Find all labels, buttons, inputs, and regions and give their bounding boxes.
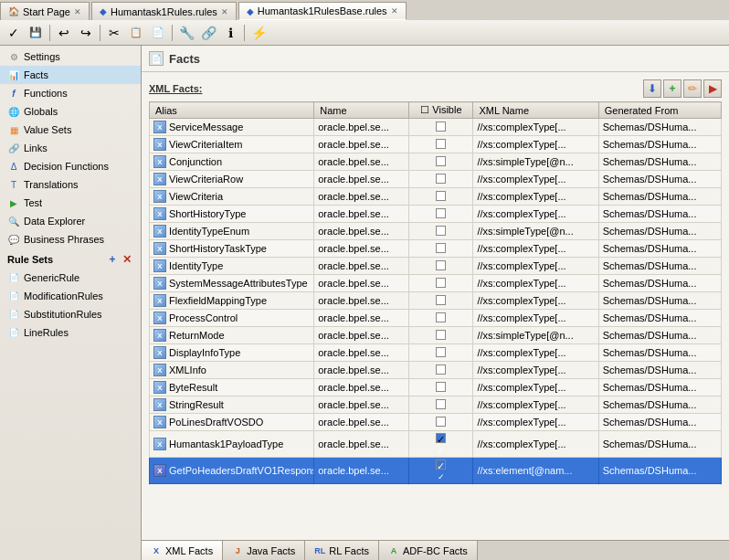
rule-sets-remove-btn[interactable]: ✕ bbox=[121, 253, 133, 266]
toolbar-copy-btn[interactable]: 📋 bbox=[126, 23, 146, 43]
table-row[interactable]: X ProcessControl oracle.bpel.se... //xs:… bbox=[150, 310, 722, 327]
table-scroll[interactable]: Alias Name ☐ Visible XML Name Generated … bbox=[149, 101, 722, 485]
tab-start-close[interactable]: ✕ bbox=[74, 7, 81, 16]
cell-visible-20[interactable] bbox=[409, 484, 473, 486]
xml-facts-add-btn[interactable]: + bbox=[663, 79, 681, 98]
table-row[interactable]: X StringResult oracle.bpel.se... //xs:co… bbox=[150, 396, 722, 414]
cell-visible-8[interactable] bbox=[409, 258, 473, 275]
table-row[interactable]: X ServiceMessage oracle.bpel.se... //xs:… bbox=[150, 119, 722, 136]
table-row[interactable]: X IdentityType oracle.bpel.se... //xs:co… bbox=[150, 258, 722, 275]
cell-visible-4[interactable] bbox=[409, 188, 473, 206]
table-row[interactable]: X GetPoHeadersDraftVO1Response oracle.bp… bbox=[150, 458, 722, 484]
cell-visible-9[interactable] bbox=[409, 275, 473, 292]
table-row[interactable]: X ByteResult oracle.bpel.se... //xs:comp… bbox=[150, 379, 722, 396]
sidebar-item-valuesets[interactable]: ▦ Value Sets bbox=[0, 121, 141, 139]
tab-start-page[interactable]: 🏠 Start Page ✕ bbox=[0, 2, 90, 20]
table-row[interactable]: X ReturnMode oracle.bpel.se... //xs:simp… bbox=[150, 327, 722, 344]
visible-checkbox-2[interactable] bbox=[436, 156, 446, 166]
sidebar-item-translations[interactable]: T Translations bbox=[0, 175, 141, 194]
sidebar-item-functions[interactable]: f Functions bbox=[0, 84, 141, 102]
cell-visible-11[interactable] bbox=[409, 310, 473, 327]
toolbar-run-btn[interactable]: ⚡ bbox=[248, 23, 269, 43]
tab-rulesbase-close[interactable]: ✕ bbox=[391, 6, 398, 16]
bottom-tab-rlfacts[interactable]: RL RL Facts bbox=[305, 541, 379, 560]
toolbar-settings-btn[interactable]: 🔧 bbox=[176, 23, 196, 43]
visible-checkbox-1[interactable] bbox=[436, 139, 446, 149]
visible-checkbox-0[interactable] bbox=[436, 122, 446, 132]
table-row[interactable]: X PoLinesDraftVOSDO oracle.bpel.se... //… bbox=[150, 414, 722, 431]
sidebar-item-test[interactable]: ▶ Test bbox=[0, 194, 141, 212]
visible-checkbox-11[interactable] bbox=[436, 312, 446, 322]
xml-facts-delete-btn[interactable]: ▶ bbox=[703, 79, 722, 98]
visible-checkbox-19[interactable]: ✓ bbox=[436, 460, 446, 470]
tab-rulesbase[interactable]: ◆ Humantask1RulesBase.rules ✕ bbox=[238, 2, 407, 20]
visible-checkbox-12[interactable] bbox=[436, 330, 446, 340]
cell-visible-19[interactable]: ✓ bbox=[409, 458, 473, 484]
xml-facts-edit-btn[interactable]: ✏ bbox=[683, 79, 702, 98]
toolbar-undo-btn[interactable]: ↩ bbox=[54, 23, 74, 43]
sidebar-item-linerules[interactable]: 📄 LineRules bbox=[0, 323, 141, 342]
sidebar-item-businessphrases[interactable]: 💬 Business Phrases bbox=[0, 230, 141, 248]
sidebar-item-decisionfunctions[interactable]: Δ Decision Functions bbox=[0, 157, 141, 175]
sidebar-item-links[interactable]: 🔗 Links bbox=[0, 139, 141, 157]
toolbar-check-btn[interactable]: ✓ bbox=[4, 23, 24, 43]
cell-visible-5[interactable] bbox=[409, 206, 473, 223]
cell-visible-15[interactable] bbox=[409, 379, 473, 396]
table-row[interactable]: X ViewCriteriaItem oracle.bpel.se... //x… bbox=[150, 136, 722, 153]
visible-checkbox-13[interactable] bbox=[436, 347, 446, 357]
toolbar-link-btn[interactable]: 🔗 bbox=[198, 23, 218, 43]
bottom-tab-adfbcfacts[interactable]: A ADF-BC Facts bbox=[379, 541, 478, 560]
col-name[interactable]: Name bbox=[314, 102, 409, 119]
table-row[interactable]: X GetPoHeadersDraftVO1 oracle.bpel.se...… bbox=[150, 484, 722, 486]
xml-facts-import-btn[interactable]: ⬇ bbox=[643, 79, 661, 98]
table-row[interactable]: X SystemMessageAttributesType oracle.bpe… bbox=[150, 275, 722, 292]
table-row[interactable]: X IdentityTypeEnum oracle.bpel.se... //x… bbox=[150, 223, 722, 240]
visible-checkbox-3[interactable] bbox=[436, 174, 446, 184]
visible-checkbox-4[interactable] bbox=[436, 191, 446, 201]
table-row[interactable]: X DisplayInfoType oracle.bpel.se... //xs… bbox=[150, 344, 722, 362]
visible-checkbox-9[interactable] bbox=[436, 278, 446, 288]
visible-checkbox-18[interactable]: ✓ bbox=[436, 433, 446, 443]
cell-visible-2[interactable] bbox=[409, 153, 473, 171]
table-row[interactable]: X FlexfieldMappingType oracle.bpel.se...… bbox=[150, 292, 722, 310]
cell-visible-0[interactable] bbox=[409, 119, 473, 136]
visible-checkbox-14[interactable] bbox=[436, 365, 446, 375]
cell-visible-6[interactable] bbox=[409, 223, 473, 240]
rule-sets-add-btn[interactable]: + bbox=[106, 253, 119, 266]
toolbar-paste-btn[interactable]: 📄 bbox=[148, 23, 168, 43]
cell-visible-10[interactable] bbox=[409, 292, 473, 310]
table-row[interactable]: X Conjunction oracle.bpel.se... //xs:sim… bbox=[150, 153, 722, 171]
cell-visible-18[interactable]: ✓ bbox=[409, 431, 473, 458]
cell-visible-7[interactable] bbox=[409, 240, 473, 258]
bottom-tab-xmlfacts[interactable]: X XML Facts bbox=[142, 541, 223, 560]
table-row[interactable]: X Humantask1PayloadType oracle.bpel.se..… bbox=[150, 431, 722, 458]
sidebar-item-facts[interactable]: 📊 Facts bbox=[0, 66, 141, 84]
toolbar-save-btn[interactable]: 💾 bbox=[26, 23, 46, 43]
visible-checkbox-6[interactable] bbox=[436, 226, 446, 236]
table-row[interactable]: X XMLInfo oracle.bpel.se... //xs:complex… bbox=[150, 362, 722, 379]
sidebar-item-genericrule[interactable]: 📄 GenericRule bbox=[0, 269, 141, 287]
visible-checkbox-16[interactable] bbox=[436, 399, 446, 409]
sidebar-item-globals[interactable]: 🌐 Globals bbox=[0, 102, 141, 121]
table-row[interactable]: X ShortHistoryType oracle.bpel.se... //x… bbox=[150, 206, 722, 223]
visible-checkbox-17[interactable] bbox=[436, 417, 446, 427]
sidebar-item-settings[interactable]: ⚙ Settings bbox=[0, 48, 141, 66]
col-visible[interactable]: ☐ Visible bbox=[409, 102, 473, 119]
cell-visible-13[interactable] bbox=[409, 344, 473, 362]
toolbar-info-btn[interactable]: ℹ bbox=[220, 23, 240, 43]
visible-checkbox-8[interactable] bbox=[436, 260, 446, 270]
col-alias[interactable]: Alias bbox=[150, 102, 314, 119]
visible-checkbox-7[interactable] bbox=[436, 243, 446, 253]
cell-visible-12[interactable] bbox=[409, 327, 473, 344]
col-generated[interactable]: Generated From bbox=[598, 102, 721, 119]
table-row[interactable]: X ViewCriteriaRow oracle.bpel.se... //xs… bbox=[150, 171, 722, 188]
cell-visible-14[interactable] bbox=[409, 362, 473, 379]
table-row[interactable]: X ViewCriteria oracle.bpel.se... //xs:co… bbox=[150, 188, 722, 206]
cell-visible-3[interactable] bbox=[409, 171, 473, 188]
sidebar-item-dataexplorer[interactable]: 🔍 Data Explorer bbox=[0, 212, 141, 230]
visible-checkbox-15[interactable] bbox=[436, 382, 446, 392]
cell-visible-17[interactable] bbox=[409, 414, 473, 431]
sidebar-item-modificationrules[interactable]: 📄 ModificationRules bbox=[0, 287, 141, 305]
toolbar-cut-btn[interactable]: ✂ bbox=[104, 23, 124, 43]
toolbar-redo-btn[interactable]: ↪ bbox=[76, 23, 96, 43]
